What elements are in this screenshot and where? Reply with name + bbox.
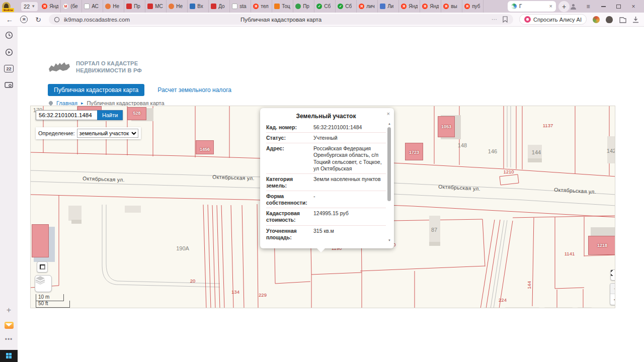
zoom-control: + −: [610, 283, 615, 305]
new-tab-button[interactable]: +: [558, 1, 570, 12]
browser-tab[interactable]: До: [209, 0, 230, 13]
browser-tab[interactable]: sta: [230, 0, 251, 13]
scale-imperial: 50 ft: [36, 301, 70, 308]
yandex-mail-icon[interactable]: [5, 322, 14, 329]
browser-tab[interactable]: Не: [103, 0, 124, 13]
browser-tab[interactable]: АС: [82, 0, 103, 13]
layers-button[interactable]: [35, 275, 52, 292]
url-text: ik9map.roscadastres.com: [64, 17, 130, 23]
building-gray: [429, 216, 440, 245]
browser-tab[interactable]: Тоц: [272, 0, 293, 13]
hh-favicon-icon: [169, 4, 174, 9]
browser-tab[interactable]: ✓Сб: [314, 0, 336, 13]
tab-land-tax[interactable]: Расчет земельного налога: [157, 86, 231, 94]
tab-cadastral-map[interactable]: Публичная кадастровая карта: [48, 84, 144, 96]
scroll-thumb[interactable]: [387, 127, 391, 201]
tab-bar: Войти 22 ▼ ЯЯндM(беАСНеПрМСНеВхДоstaЯтел…: [0, 0, 644, 13]
menu-icon[interactable]: ≡: [585, 3, 592, 10]
building-pink: [127, 107, 146, 120]
collections-icon[interactable]: [619, 16, 626, 23]
extent-tool-button[interactable]: [37, 261, 48, 273]
tab-title: Ли: [387, 4, 393, 9]
tab-title: До: [218, 4, 224, 9]
browser-tab[interactable]: ЯЯнд: [40, 0, 61, 13]
browser-sidebar: 22 + •••: [0, 27, 18, 362]
browser-tab[interactable]: Пр: [293, 0, 314, 13]
browser-window: Войти 22 ▼ ЯЯндM(беАСНеПрМСНеВхДоstaЯтел…: [0, 0, 644, 362]
popup-row-value: -: [311, 193, 315, 206]
alice-label: Спросить Алису AI: [533, 17, 582, 23]
browser-tab[interactable]: ЯЯнд: [420, 0, 441, 13]
close-window-icon[interactable]: ×: [630, 3, 637, 10]
building-gray: [68, 206, 82, 221]
search-input[interactable]: [36, 110, 97, 120]
tab-title: Янд: [409, 4, 418, 9]
scroll-up-icon[interactable]: ▲: [387, 122, 391, 125]
windows-start-button[interactable]: [0, 350, 18, 362]
url-field[interactable]: ik9map.roscadastres.com Публичная кадаст…: [49, 14, 513, 25]
extension-flower-icon[interactable]: [593, 16, 600, 23]
extension-dark-icon[interactable]: [606, 16, 613, 23]
browser-tab[interactable]: Япуб: [462, 0, 484, 13]
history-icon[interactable]: [5, 31, 14, 40]
pdf-favicon-icon: [126, 4, 132, 9]
extent-icon: [40, 264, 45, 269]
vk-favicon-icon: [380, 4, 385, 9]
search-button[interactable]: Найти: [97, 110, 123, 120]
tab-title: Янд: [49, 4, 58, 9]
browser-tab[interactable]: ✓Сб: [336, 0, 357, 13]
browser-tab-active[interactable]: Г ×: [508, 1, 556, 12]
dns-favicon-icon: [274, 4, 280, 9]
tab-title: вы: [451, 4, 457, 9]
browser-tab[interactable]: Ятел: [251, 0, 272, 13]
zoom-out-button[interactable]: −: [610, 294, 615, 305]
browser-tab[interactable]: Не: [167, 0, 188, 13]
restore-icon[interactable]: [615, 3, 622, 10]
popup-scrollbar[interactable]: ▲ ▼: [387, 122, 392, 242]
screenshot-icon[interactable]: [5, 80, 14, 89]
download-icon[interactable]: [632, 16, 639, 23]
yandex-favicon-icon: Я: [253, 4, 259, 9]
minimize-icon[interactable]: [600, 3, 607, 10]
tabs-panel-icon[interactable]: 22: [4, 65, 14, 72]
yandex-favicon-icon: Я: [422, 4, 428, 9]
login-badge: Войти: [2, 8, 14, 12]
popup-row-label: Категория земель:: [266, 176, 311, 189]
close-tab-icon[interactable]: ×: [549, 4, 552, 9]
video-icon[interactable]: [5, 48, 14, 57]
browser-tab[interactable]: Вх: [188, 0, 209, 13]
bookmark-icon[interactable]: [502, 16, 508, 23]
reload-icon[interactable]: ↻: [34, 16, 43, 24]
tab-title: Сб: [324, 4, 331, 9]
browser-tab[interactable]: ЯЯнд: [399, 0, 420, 13]
browser-profile-icon[interactable]: [570, 3, 577, 10]
browser-tab[interactable]: Явы: [441, 0, 462, 13]
browser-tab[interactable]: МС: [145, 0, 167, 13]
tab-title: Сб: [345, 4, 352, 9]
site-nav: Публичная кадастровая карта Расчет земел…: [48, 84, 231, 96]
site-logo[interactable]: ПОРТАЛ О КАДАСТРЕ НЕДВИЖИМОСТИ В РФ: [48, 59, 142, 75]
popup-row-label: Кадастровая стоимость:: [266, 210, 311, 223]
browser-tab[interactable]: Ялич: [357, 0, 378, 13]
browser-tab[interactable]: Ли: [378, 0, 399, 13]
more-icon[interactable]: ⋯: [492, 16, 497, 23]
yandex-favicon-icon: Я: [443, 4, 449, 9]
scroll-down-icon[interactable]: ▼: [387, 239, 391, 242]
fullscreen-button[interactable]: [610, 269, 615, 281]
zoom-in-button[interactable]: +: [610, 284, 615, 294]
yandex-services-icon[interactable]: Я: [20, 16, 28, 23]
definition-select[interactable]: земельный участок: [77, 129, 138, 138]
popup-row-value: 56:32:2101001:1484: [311, 124, 362, 131]
browser-tab[interactable]: M(бе: [61, 0, 82, 13]
profile-chip[interactable]: Войти: [2, 2, 19, 11]
tab-counter[interactable]: 22 ▼: [21, 2, 38, 11]
more-dots-icon[interactable]: •••: [5, 336, 13, 343]
alice-ai-button[interactable]: Спросить Алису AI: [519, 14, 587, 25]
browser-tab[interactable]: Пр: [124, 0, 145, 13]
back-icon[interactable]: ←: [5, 16, 14, 24]
add-icon[interactable]: +: [5, 306, 14, 315]
fullscreen-icon: [611, 270, 615, 276]
tab-title: Тоц: [282, 4, 290, 9]
popup-row-value: 124995.15 руб: [311, 210, 349, 223]
close-popup-icon[interactable]: ×: [387, 111, 390, 117]
